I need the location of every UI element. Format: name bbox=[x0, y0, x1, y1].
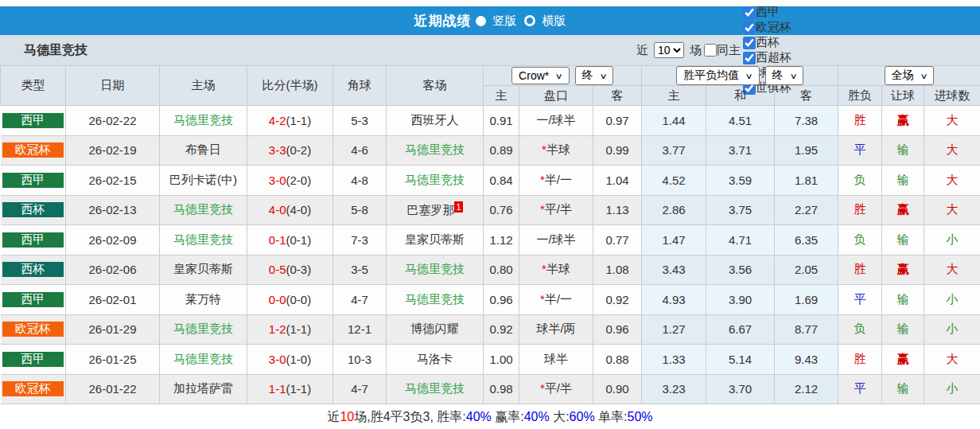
avg-draw: 6.67 bbox=[706, 314, 775, 345]
home-team: 马德里竞技 bbox=[160, 345, 247, 375]
score-cell: 0-5(0-3) bbox=[247, 255, 333, 285]
spread-result-cell: 输 bbox=[882, 225, 924, 255]
col-goals: 进球数 bbox=[924, 86, 980, 106]
star-icon: * bbox=[540, 292, 545, 306]
avg-draw: 3.56 bbox=[706, 255, 775, 285]
handicap-cell: 一/球半 bbox=[519, 106, 593, 136]
match-date: 26-02-19 bbox=[66, 135, 160, 166]
red-card-badge: 1 bbox=[454, 201, 462, 213]
match-type-badge: 欧冠杯 bbox=[1, 314, 66, 345]
summary-text: 60% bbox=[570, 410, 595, 424]
league-checkbox-西超杯[interactable]: 西超杯 bbox=[743, 50, 803, 65]
summary-text: 10 bbox=[340, 410, 354, 424]
result-group-header: 全场∨ bbox=[838, 66, 980, 86]
avg-away: 1.69 bbox=[775, 285, 838, 315]
spread-result-cell: 输 bbox=[882, 374, 924, 404]
header-group-row: 类型 日期 主场 比分(半场) 角球 客场 Crow*∨ 终∨ bbox=[1, 66, 980, 86]
home-team: 马德里竞技 bbox=[160, 314, 247, 345]
spread-result-cell: 赢 bbox=[882, 255, 924, 285]
away-team: 西班牙人 bbox=[387, 106, 484, 136]
goals-result-cell: 大 bbox=[924, 106, 980, 136]
match-count-select[interactable]: 10 bbox=[654, 42, 684, 58]
handicap-cell: *半球 bbox=[519, 255, 593, 285]
table-row: 西杯26-02-13马德里竞技4-0(4-0)5-8巴塞罗那10.76*平/半1… bbox=[1, 195, 980, 225]
checkbox-icon[interactable] bbox=[743, 37, 756, 49]
avg-away: 9.43 bbox=[775, 345, 838, 375]
table-row: 西甲26-01-25马德里竞技3-0(1-0)10-3马洛卡1.00球半0.88… bbox=[1, 345, 980, 375]
home-team: 马德里竞技 bbox=[160, 225, 247, 255]
summary-text: 40% bbox=[466, 410, 492, 424]
avg-draw: 3.75 bbox=[706, 195, 775, 225]
table-row: 西甲26-02-22马德里竞技4-2(1-1)5-3西班牙人0.91一/球半0.… bbox=[1, 106, 980, 136]
col-handicap: 盘口 bbox=[519, 86, 593, 106]
games-label: 场 bbox=[690, 43, 702, 58]
avg-time-select[interactable]: 终∨ bbox=[765, 66, 803, 85]
horizontal-radio-label[interactable]: 横版 bbox=[542, 14, 566, 29]
score-cell: 0-1(0-1) bbox=[247, 225, 333, 255]
score-cell: 4-2(1-1) bbox=[247, 106, 333, 136]
same-home-checkbox-label[interactable]: 同主 bbox=[704, 43, 741, 58]
corner-cell: 10-3 bbox=[333, 345, 387, 375]
odds-home: 0.98 bbox=[484, 374, 519, 404]
checkbox-icon[interactable] bbox=[743, 6, 756, 19]
goals-result-cell: 小 bbox=[924, 285, 980, 315]
checkbox-icon[interactable] bbox=[743, 52, 756, 64]
odds-time-select[interactable]: 终∨ bbox=[575, 66, 613, 85]
avg-away: 8.77 bbox=[775, 314, 838, 345]
odds-home: 0.84 bbox=[484, 166, 519, 196]
result-cell: 胜 bbox=[838, 195, 882, 225]
table-row: 西杯26-02-06皇家贝蒂斯0-5(0-3)3-5马德里竞技0.80*半球1.… bbox=[1, 255, 980, 285]
summary-text: 50% bbox=[628, 410, 653, 424]
col-odds-home: 主 bbox=[484, 86, 519, 106]
match-date: 26-01-25 bbox=[66, 345, 160, 375]
odds-home: 1.00 bbox=[484, 345, 519, 375]
vertical-radio-selected-icon[interactable] bbox=[476, 16, 486, 26]
away-team: 马洛卡 bbox=[387, 345, 484, 375]
checkbox-icon[interactable] bbox=[743, 21, 756, 34]
corner-cell: 4-6 bbox=[333, 135, 387, 166]
league-checkbox-西杯[interactable]: 西杯 bbox=[743, 35, 803, 50]
odds-home: 0.92 bbox=[484, 314, 519, 345]
odds-away: 0.88 bbox=[593, 345, 642, 375]
table-row: 欧冠杯26-01-29马德里竞技1-2(1-1)12-1博德闪耀0.92球半/两… bbox=[1, 314, 980, 345]
match-type-badge: 西甲 bbox=[1, 166, 66, 196]
odds-company-select[interactable]: Crow*∨ bbox=[511, 67, 569, 84]
summary-text: 赢率: bbox=[492, 409, 524, 426]
odds-away: 1.13 bbox=[593, 195, 642, 225]
avg-draw: 3.71 bbox=[706, 135, 775, 166]
result-cell: 胜 bbox=[838, 106, 882, 136]
odds-home: 1.12 bbox=[484, 225, 519, 255]
match-type-badge: 欧冠杯 bbox=[1, 135, 66, 166]
home-team: 加拉塔萨雷 bbox=[160, 374, 247, 404]
home-team: 布鲁日 bbox=[160, 135, 247, 166]
goals-result-cell: 大 bbox=[924, 166, 980, 196]
handicap-cell: *半球 bbox=[519, 135, 593, 166]
col-away: 客场 bbox=[387, 66, 484, 106]
handicap-cell: *半/一 bbox=[519, 166, 593, 196]
avg-draw: 4.51 bbox=[706, 106, 775, 136]
odds-home: 0.76 bbox=[484, 195, 519, 225]
spread-result-cell: 赢 bbox=[882, 345, 924, 375]
avg-home: 3.23 bbox=[642, 374, 706, 404]
avg-type-select[interactable]: 胜平负均值∨ bbox=[676, 66, 759, 85]
avg-draw: 3.90 bbox=[706, 285, 775, 315]
avg-away: 2.05 bbox=[775, 255, 838, 285]
league-checkbox-西甲[interactable]: 西甲 bbox=[743, 5, 803, 20]
table-row: 欧冠杯26-02-19布鲁日3-3(0-2)4-6马德里竞技0.89*半球0.9… bbox=[1, 135, 980, 166]
table-row: 西甲26-02-15巴列卡诺(中)3-0(2-0)4-8马德里竞技0.84*半/… bbox=[1, 166, 980, 196]
result-cell: 负 bbox=[838, 166, 882, 196]
horizontal-radio-icon[interactable] bbox=[524, 15, 535, 26]
vertical-radio-label[interactable]: 竖版 bbox=[493, 14, 517, 29]
avg-draw: 4.71 bbox=[706, 225, 775, 255]
table-row: 西甲26-02-01莱万特0-0(0-0)4-7马德里竞技0.96*半/一0.9… bbox=[1, 285, 980, 315]
scope-select[interactable]: 全场∨ bbox=[885, 66, 934, 85]
odds-home: 0.96 bbox=[484, 285, 519, 315]
avg-away: 2.12 bbox=[775, 374, 838, 404]
avg-home: 4.93 bbox=[642, 285, 706, 315]
away-team: 马德里竞技 bbox=[387, 166, 484, 196]
same-home-checkbox[interactable] bbox=[704, 44, 717, 57]
score-cell: 3-3(0-2) bbox=[247, 135, 333, 166]
result-cell: 负 bbox=[838, 314, 882, 345]
league-checkbox-欧冠杯[interactable]: 欧冠杯 bbox=[743, 20, 803, 35]
col-date: 日期 bbox=[66, 66, 160, 106]
